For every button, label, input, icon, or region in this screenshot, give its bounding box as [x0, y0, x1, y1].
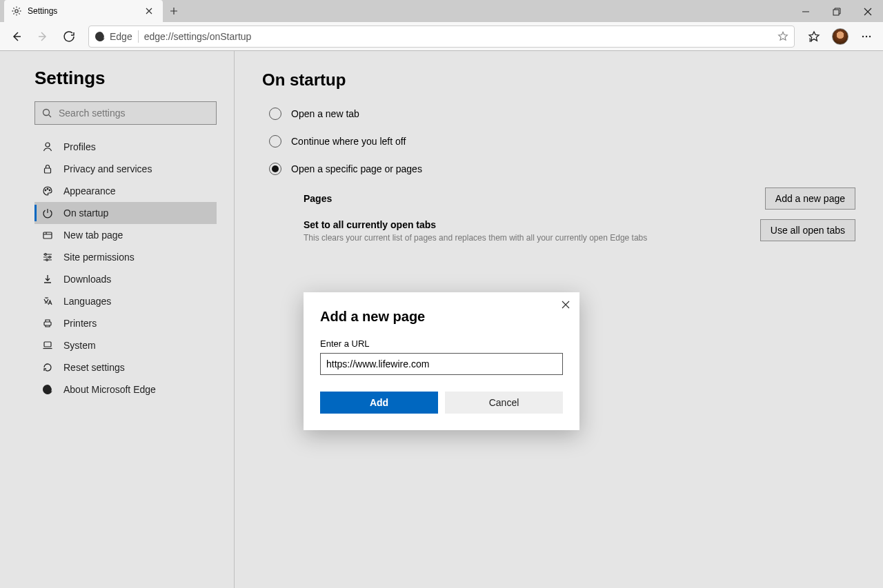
content: Settings Profiles Privacy and services A…: [0, 51, 883, 588]
new-tab-button[interactable]: [163, 0, 185, 22]
add-page-dialog: Add a new page Enter a URL Add Cancel: [304, 292, 579, 430]
gear-icon: [11, 6, 22, 17]
profile-button[interactable]: [828, 25, 853, 48]
svg-point-3: [866, 35, 867, 37]
url-input[interactable]: [320, 353, 563, 375]
address-bar[interactable]: Edge edge://settings/onStartup: [88, 26, 795, 48]
titlebar: Settings: [0, 0, 883, 22]
back-button[interactable]: [4, 25, 29, 48]
close-window-button[interactable]: [852, 1, 883, 22]
favorites-button[interactable]: [802, 25, 826, 48]
cancel-button[interactable]: Cancel: [445, 392, 563, 414]
forward-button[interactable]: [30, 25, 55, 48]
close-dialog-icon[interactable]: [562, 301, 570, 309]
svg-point-2: [862, 35, 864, 37]
tab-title: Settings: [28, 6, 57, 16]
url-label: Enter a URL: [320, 338, 563, 349]
svg-rect-1: [833, 10, 839, 15]
modal-overlay: Add a new page Enter a URL Add Cancel: [0, 51, 883, 588]
add-button[interactable]: Add: [320, 392, 438, 414]
maximize-button[interactable]: [821, 1, 852, 22]
more-button[interactable]: [854, 25, 879, 48]
svg-point-0: [15, 10, 18, 12]
separator: [138, 30, 139, 43]
minimize-button[interactable]: [790, 1, 821, 22]
svg-point-4: [869, 35, 871, 37]
close-tab-icon[interactable]: [142, 4, 156, 18]
site-identity[interactable]: Edge: [95, 31, 132, 42]
url-text[interactable]: edge://settings/onStartup: [144, 31, 772, 42]
favorite-star-icon[interactable]: [777, 31, 788, 42]
edge-icon: [95, 31, 106, 42]
toolbar: Edge edge://settings/onStartup: [0, 22, 883, 51]
dialog-title: Add a new page: [320, 309, 563, 325]
browser-tab[interactable]: Settings: [4, 0, 163, 22]
window-controls: [790, 1, 883, 22]
avatar: [832, 28, 849, 45]
dialog-actions: Add Cancel: [320, 392, 563, 414]
tab-strip: Settings: [4, 0, 185, 22]
site-identity-label: Edge: [110, 31, 132, 42]
refresh-button[interactable]: [57, 25, 81, 48]
